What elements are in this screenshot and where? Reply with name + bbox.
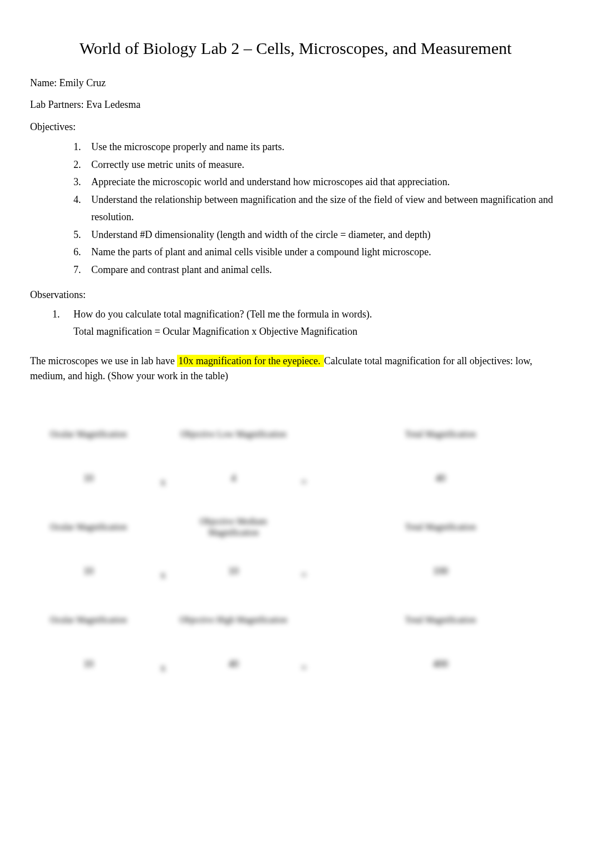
objective-item: Understand the relationship between magn… <box>73 191 561 226</box>
multiply-symbol: x <box>152 553 174 589</box>
instruction-paragraph: The microscopes we use in lab have 10x m… <box>30 354 561 385</box>
equals-symbol: = <box>293 646 315 682</box>
table-row: 10 x 10 = 100 <box>30 553 561 589</box>
total-value-cell: 40 <box>320 460 561 496</box>
ocular-value-cell: 10 <box>30 646 147 682</box>
multiply-symbol: x <box>152 460 174 496</box>
observation-number: 1. <box>52 306 60 323</box>
objectives-list: Use the microscope properly and name its… <box>30 138 561 279</box>
page-title: World of Biology Lab 2 – Cells, Microsco… <box>30 39 561 58</box>
equals-cell <box>293 413 315 455</box>
ocular-value-cell: 10 <box>30 553 147 589</box>
student-name-line: Name: Emily Cruz <box>30 77 561 89</box>
total-value-cell: 400 <box>320 646 561 682</box>
equals-symbol: = <box>293 553 315 589</box>
partners-label: Lab Partners: <box>30 99 86 110</box>
objective-value-cell: 10 <box>179 553 288 589</box>
operator-cell <box>152 413 174 455</box>
observation-item: 1. How do you calculate total magnificat… <box>52 306 561 323</box>
table-header-row-high: Ocular Magnification Objective High Magn… <box>30 599 561 641</box>
objective-item: Appreciate the microscopic world and und… <box>73 173 561 191</box>
table-header-row-low: Ocular Magnification Objective Low Magni… <box>30 413 561 455</box>
objective-item: Use the microscope properly and name its… <box>73 138 561 156</box>
objective-medium-header-cell: Objective Medium Magnification <box>179 506 288 548</box>
objective-value-cell: 4 <box>179 460 288 496</box>
highlighted-text: 10x magnification for the eyepiece. <box>177 355 324 367</box>
table-row: 10 x 40 = 400 <box>30 646 561 682</box>
ocular-value-cell: 10 <box>30 460 147 496</box>
objective-item: Compare and contrast plant and animal ce… <box>73 261 561 279</box>
total-header-cell: Total Magnification <box>320 506 561 548</box>
table-header-row-medium: Ocular Magnification Objective Medium Ma… <box>30 506 561 548</box>
equals-cell <box>293 599 315 641</box>
equals-cell <box>293 506 315 548</box>
ocular-header-cell: Ocular Magnification <box>30 413 147 455</box>
equals-symbol: = <box>293 460 315 496</box>
objective-value-cell: 40 <box>179 646 288 682</box>
observations-heading: Observations: <box>30 289 561 301</box>
multiply-symbol: x <box>152 646 174 682</box>
magnification-table: Ocular Magnification Objective Low Magni… <box>30 413 561 682</box>
partners-value: Eva Ledesma <box>86 99 140 110</box>
table-row: 10 x 4 = 40 <box>30 460 561 496</box>
lab-partners-line: Lab Partners: Eva Ledesma <box>30 99 561 111</box>
paragraph-before: The microscopes we use in lab have <box>30 355 177 366</box>
objective-high-header-cell: Objective High Magnification <box>179 599 288 641</box>
objective-item: Name the parts of plant and animal cells… <box>73 244 561 261</box>
total-header-cell: Total Magnification <box>320 599 561 641</box>
ocular-header-cell: Ocular Magnification <box>30 506 147 548</box>
objective-item: Understand #D dimensionality (length and… <box>73 226 561 244</box>
observation-question: How do you calculate total magnification… <box>73 309 372 320</box>
observations-list: 1. How do you calculate total magnificat… <box>30 306 561 323</box>
objective-item: Correctly use metric units of measure. <box>73 156 561 174</box>
objective-low-header-cell: Objective Low Magnification <box>179 413 288 455</box>
ocular-header-cell: Ocular Magnification <box>30 599 147 641</box>
objectives-heading: Objectives: <box>30 121 561 133</box>
operator-cell <box>152 599 174 641</box>
total-header-cell: Total Magnification <box>320 413 561 455</box>
name-value: Emily Cruz <box>59 77 106 88</box>
operator-cell <box>152 506 174 548</box>
total-value-cell: 100 <box>320 553 561 589</box>
observation-answer: Total magnification = Ocular Magnificati… <box>30 324 561 340</box>
name-label: Name: <box>30 77 59 88</box>
